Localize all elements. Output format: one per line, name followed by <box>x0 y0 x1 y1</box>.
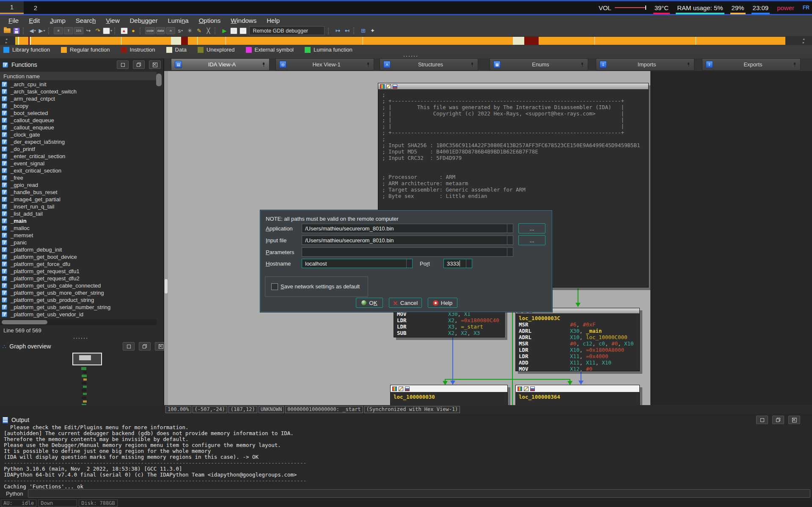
menu-file[interactable]: File <box>4 17 23 24</box>
problems-list-button-icon[interactable]: ▲ <box>120 27 128 35</box>
pause-process-button-icon[interactable]: ▮▮ <box>229 27 238 35</box>
function-list-item[interactable]: f_list_add_tail <box>0 210 157 217</box>
navigation-band[interactable] <box>15 37 785 45</box>
clock[interactable]: 23:09 <box>753 1 769 14</box>
navband-scroll-right[interactable]: ◂▸ <box>797 36 810 45</box>
menu-debugger[interactable]: Debugger <box>126 17 162 24</box>
make-code-button-icon[interactable]: code <box>145 27 155 34</box>
delete-function-button-icon[interactable]: ╳ <box>204 27 212 35</box>
panel-float-button[interactable] <box>139 342 151 351</box>
function-list-horizontal-scrollbar[interactable] <box>0 319 157 325</box>
tab-hex-view-1[interactable]: ◎Hex View-1 <box>275 58 374 71</box>
attach-to-process-button-icon[interactable]: ↦ <box>333 27 342 35</box>
function-list-item[interactable]: f_gpio_read <box>0 181 157 189</box>
splitter-handle[interactable] <box>73 337 88 339</box>
workspace-tab-1[interactable]: 1 <box>0 1 24 14</box>
function-list-item[interactable]: f_free <box>0 174 157 181</box>
scrollbar-thumb[interactable] <box>156 74 162 86</box>
flowchart-icon[interactable] <box>405 386 410 391</box>
navigate-back-button-icon[interactable]: ◀▾ <box>28 27 37 35</box>
function-list-item[interactable]: f_platform_debug_init <box>0 246 157 253</box>
function-list-item[interactable]: f_insert_run_q_tail <box>0 203 157 210</box>
edit-icon[interactable] <box>399 386 403 391</box>
pin-icon[interactable] <box>366 63 370 67</box>
panel-restore-button[interactable] <box>123 342 135 351</box>
graph-overview-canvas[interactable] <box>0 353 163 405</box>
function-list-item[interactable]: f_boot_selected <box>0 110 157 117</box>
save-network-settings-checkbox[interactable] <box>271 283 278 290</box>
breakpoints-list-button-icon[interactable]: ● <box>129 27 138 35</box>
panel-close-button[interactable] <box>788 416 800 424</box>
take-memory-snapshot-button-icon[interactable]: ✦ <box>368 27 377 35</box>
workspace-tab-2[interactable]: 2 <box>24 1 47 14</box>
function-list-item[interactable]: f_exit_critical_section <box>0 167 157 174</box>
colors-icon[interactable] <box>517 386 522 391</box>
flowchart-icon[interactable] <box>530 386 535 391</box>
function-list-item[interactable]: f_platform_get_boot_device <box>0 253 157 260</box>
ram-usage-indicator[interactable]: RAM usage: 5% <box>677 1 723 14</box>
start-process-button-icon[interactable]: ▶ <box>220 27 228 35</box>
tab-imports[interactable]: ⇩Imports <box>596 58 694 71</box>
menu-search[interactable]: Search <box>72 17 100 24</box>
temperature-indicator[interactable]: 39°C <box>655 1 669 14</box>
function-list-item[interactable]: f_enter_critical_section <box>0 153 157 160</box>
volume-slider[interactable] <box>615 7 645 8</box>
keyboard-layout-indicator[interactable]: FR <box>803 1 809 14</box>
menu-view[interactable]: View <box>102 17 124 24</box>
colors-icon[interactable] <box>380 84 385 89</box>
menu-edit[interactable]: Edit <box>25 17 44 24</box>
canvas-vertical-scrollbar[interactable] <box>164 71 168 405</box>
edit-function-button-icon[interactable]: ✎ <box>195 27 203 35</box>
function-list-item[interactable]: f_platform_get_request_dfu1 <box>0 268 157 275</box>
port-field[interactable]: 3333 <box>443 259 472 268</box>
function-list-item[interactable]: f_handle_bus_reset <box>0 189 157 196</box>
edit-icon[interactable] <box>386 84 391 89</box>
panel-float-button[interactable] <box>133 60 145 69</box>
navigate-forward-button-icon[interactable]: ▶▾ <box>38 27 46 35</box>
cpu-usage-indicator[interactable]: 29% <box>732 1 744 14</box>
menu-lumina[interactable]: Lumina <box>163 17 193 24</box>
jump-to-address-button-icon[interactable]: # <box>54 27 63 34</box>
navband-scroll-left[interactable]: ◂▸ <box>0 36 13 45</box>
function-list-vertical-scrollbar[interactable] <box>156 74 162 318</box>
function-list-item[interactable]: f_panic <box>0 239 157 246</box>
make-data-button-icon[interactable]: data <box>156 27 165 34</box>
tab-exports[interactable]: ⇧Exports <box>702 58 801 71</box>
function-list-item[interactable]: f_image4_get_partial <box>0 196 157 203</box>
panel-restore-button[interactable] <box>756 416 768 424</box>
power-menu[interactable]: power <box>777 1 794 14</box>
function-list-item[interactable]: f_arch_cpu_init <box>0 81 157 88</box>
function-list-item[interactable]: f_arm_read_cntpct <box>0 95 157 102</box>
function-list-item[interactable]: f_clock_gate <box>0 131 157 138</box>
application-browse-button[interactable]: ... <box>518 223 545 233</box>
jump-to-name-button-icon[interactable]: T <box>64 27 73 34</box>
function-list-item[interactable]: f_callout_dequeue <box>0 117 157 124</box>
volume-slider-handle[interactable] <box>645 5 646 10</box>
text-search-button-icon[interactable]: A▾ <box>103 27 112 35</box>
save-file-button-icon[interactable] <box>12 27 21 35</box>
make-name-button-icon[interactable]: n <box>166 27 175 34</box>
jump-xref-button-icon[interactable]: ↪ <box>84 27 93 35</box>
function-list-item[interactable]: f_memset <box>0 232 157 239</box>
function-name-column-header[interactable]: Function name <box>0 72 157 81</box>
jump-to-problem-button-icon[interactable]: 101 <box>74 27 83 34</box>
input-file-field[interactable]: /Users/mathieu/securerom_8010.bin <box>302 236 513 245</box>
function-list-item[interactable]: f_bcopy <box>0 102 157 110</box>
application-field[interactable]: /Users/mathieu/securerom_8010.bin <box>302 224 513 233</box>
open-file-button-icon[interactable] <box>3 27 11 35</box>
menu-jump[interactable]: Jump <box>46 17 70 24</box>
volume-indicator[interactable]: VOL <box>599 1 646 14</box>
splitter[interactable] <box>0 54 812 58</box>
pin-icon[interactable] <box>687 63 691 67</box>
tab-ida-view-a[interactable]: ▤IDA View-A <box>171 58 270 71</box>
tab-enums[interactable]: ▦Enums <box>490 58 588 71</box>
pin-icon[interactable] <box>471 63 474 67</box>
function-list-item[interactable]: f_platform_get_usb_serial_number_string <box>0 304 157 311</box>
flowchart-icon[interactable] <box>393 84 397 89</box>
function-list-item[interactable]: f_der_expect_ia5string <box>0 138 157 145</box>
scrollbar-thumb[interactable] <box>2 320 47 324</box>
function-list-item[interactable]: f_malloc <box>0 225 157 232</box>
scrollbar-thumb[interactable] <box>165 279 168 293</box>
panel-restore-button[interactable] <box>117 60 129 69</box>
menu-help[interactable]: Help <box>262 17 284 24</box>
